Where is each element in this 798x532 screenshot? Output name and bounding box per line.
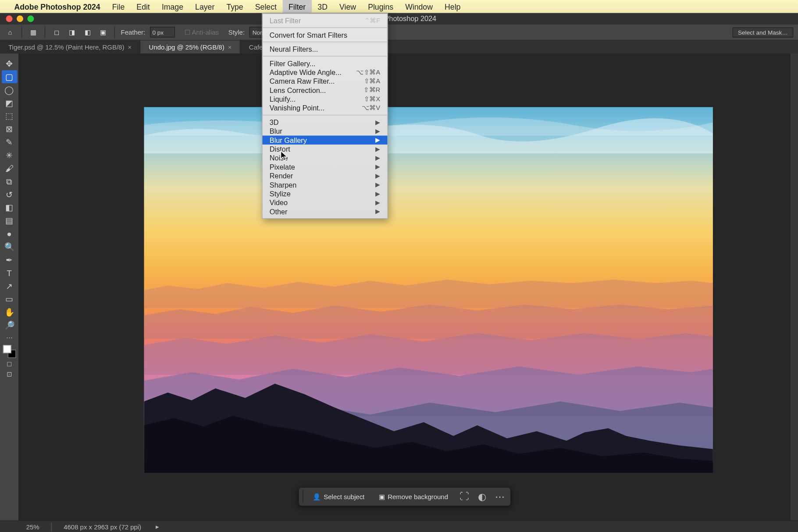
lasso-tool[interactable]: ◯ [1, 83, 17, 96]
sel-new-icon[interactable]: ◻ [51, 27, 62, 37]
move-tool[interactable]: ✥ [1, 57, 17, 70]
transform-icon[interactable]: ⛶ [458, 490, 471, 503]
submenu-arrow-icon: ▶ [375, 173, 380, 179]
submenu-arrow-icon: ▶ [375, 181, 380, 188]
menu-help[interactable]: Help [439, 0, 467, 13]
menu-item-video[interactable]: Video▶ [263, 198, 388, 207]
fg-swatch[interactable] [3, 345, 11, 353]
type-tool[interactable]: T [1, 266, 17, 280]
canvas-area[interactable]: 👤Select subject ▣Remove background ⛶ ◐ ⋯ [19, 53, 790, 520]
panel-dock[interactable] [790, 53, 798, 520]
adjust-icon[interactable]: ◐ [475, 490, 488, 503]
menu-item-blur-gallery[interactable]: Blur Gallery▶ [263, 135, 388, 144]
antialias-label: Anti-alias [192, 28, 219, 35]
submenu-arrow-icon: ▶ [375, 199, 380, 206]
menu-item-vanishing-point[interactable]: Vanishing Point...⌥⌘V [263, 103, 388, 112]
sel-add-icon[interactable]: ◨ [67, 27, 77, 37]
menu-layer[interactable]: Layer [189, 0, 221, 13]
document-tab[interactable]: Undo.jpg @ 25% (RGB/8)× [141, 40, 241, 53]
menu-item-stylize[interactable]: Stylize▶ [263, 189, 388, 198]
menu-item-adaptive-wide-angle[interactable]: Adaptive Wide Angle...⌥⇧⌘A [263, 68, 388, 77]
menu-item-camera-raw-filter[interactable]: Camera Raw Filter...⇧⌘A [263, 77, 388, 85]
crop-tool[interactable]: ⬚ [1, 110, 17, 123]
feather-input[interactable] [150, 27, 175, 37]
gradient-tool[interactable]: ▤ [1, 214, 17, 227]
menu-item-blur[interactable]: Blur▶ [263, 127, 388, 135]
menu-item-lens-correction[interactable]: Lens Correction...⇧⌘R [263, 85, 388, 94]
eyedropper-tool[interactable]: ✎ [1, 135, 17, 149]
titlebar: Adobe Photoshop 2024 [0, 13, 798, 24]
menu-item-pixelate[interactable]: Pixelate▶ [263, 163, 388, 171]
dodge-tool[interactable]: 🔍 [1, 240, 17, 253]
contextual-task-bar: 👤Select subject ▣Remove background ⛶ ◐ ⋯ [298, 487, 511, 506]
submenu-arrow-icon: ▶ [375, 119, 380, 125]
zoom-level[interactable]: 25% [26, 523, 39, 530]
menu-filter[interactable]: Filter [282, 0, 311, 13]
document-tabs: Tiger.psd @ 12.5% (Paint Here, RGB/8)×Un… [0, 40, 798, 53]
window-minimize-icon[interactable] [17, 15, 23, 22]
path-tool[interactable]: ↗ [1, 280, 17, 293]
home-icon[interactable]: ⌂ [5, 27, 15, 37]
sel-intersect-icon[interactable]: ▣ [98, 27, 108, 37]
tools-panel: ✥▢◯◩⬚⊠✎✳🖌⧉↺◧▤●🔍✒T↗▭✋🔎⋯◻⊡ [0, 53, 19, 520]
clone-tool[interactable]: ⧉ [1, 175, 17, 188]
menu-item-render[interactable]: Render▶ [263, 171, 388, 180]
menu-window[interactable]: Window [399, 0, 439, 13]
blur-tool[interactable]: ● [1, 227, 17, 240]
rectangle-tool[interactable]: ▭ [1, 293, 17, 306]
menu-item-3d[interactable]: 3D▶ [263, 118, 388, 127]
hand-tool[interactable]: ✋ [1, 306, 17, 319]
color-swatches[interactable] [3, 345, 16, 358]
object-select-tool[interactable]: ◩ [1, 96, 17, 110]
sel-subtract-icon[interactable]: ◧ [82, 27, 93, 37]
document-canvas[interactable] [144, 107, 712, 473]
submenu-arrow-icon: ▶ [375, 155, 380, 161]
close-icon[interactable]: × [228, 43, 232, 50]
more-tools-icon[interactable]: ⋯ [1, 332, 17, 342]
menu-3d[interactable]: 3D [312, 0, 334, 13]
menu-item-noise[interactable]: Noise▶ [263, 153, 388, 162]
close-icon[interactable]: × [128, 43, 132, 50]
window-zoom-icon[interactable] [27, 15, 34, 22]
mac-menubar[interactable]: Adobe Photoshop 2024 FileEditImageLayerT… [0, 0, 798, 13]
marquee-options-icon[interactable]: ▦ [28, 27, 39, 37]
select-and-mask-button[interactable]: Select and Mask… [733, 27, 793, 37]
menu-type[interactable]: Type [221, 0, 249, 13]
screen-mode-icon[interactable]: ⊡ [1, 369, 17, 379]
menu-view[interactable]: View [333, 0, 362, 13]
history-brush-tool[interactable]: ↺ [1, 188, 17, 201]
frame-tool[interactable]: ⊠ [1, 123, 17, 136]
submenu-arrow-icon: ▶ [375, 208, 380, 215]
app-name: Adobe Photoshop 2024 [14, 2, 100, 11]
brush-tool[interactable]: 🖌 [1, 162, 17, 175]
remove-background-button[interactable]: ▣Remove background [374, 490, 453, 503]
heal-tool[interactable]: ✳ [1, 149, 17, 162]
document-tab[interactable]: Tiger.psd @ 12.5% (Paint Here, RGB/8)× [0, 40, 141, 53]
marquee-tool[interactable]: ▢ [1, 70, 17, 83]
menu-file[interactable]: File [106, 0, 131, 13]
menu-image[interactable]: Image [156, 0, 189, 13]
menu-item-sharpen[interactable]: Sharpen▶ [263, 180, 388, 189]
document-info[interactable]: 4608 px x 2963 px (72 ppi) [64, 523, 141, 530]
filter-menu-dropdown[interactable]: Last Filter⌃⌘FConvert for Smart FiltersN… [262, 13, 388, 219]
menu-separator [263, 27, 388, 28]
person-icon: 👤 [313, 493, 321, 500]
pen-tool[interactable]: ✒ [1, 253, 17, 266]
menu-select[interactable]: Select [249, 0, 282, 13]
menu-plugins[interactable]: Plugins [362, 0, 399, 13]
menu-item-neural-filters[interactable]: Neural Filters... [263, 45, 388, 53]
menu-item-convert-for-smart-filters[interactable]: Convert for Smart Filters [263, 30, 388, 39]
menu-item-liquify[interactable]: Liquify...⇧⌘X [263, 95, 388, 103]
menu-item-distort[interactable]: Distort▶ [263, 145, 388, 153]
menu-item-other[interactable]: Other▶ [263, 207, 388, 216]
eraser-tool[interactable]: ◧ [1, 201, 17, 214]
zoom-tool[interactable]: 🔎 [1, 319, 17, 332]
menu-separator [263, 42, 388, 42]
window-close-icon[interactable] [6, 15, 13, 22]
menu-item-filter-gallery[interactable]: Filter Gallery... [263, 59, 388, 67]
submenu-arrow-icon: ▶ [375, 128, 380, 135]
more-icon[interactable]: ⋯ [493, 490, 506, 503]
menu-edit[interactable]: Edit [131, 0, 156, 13]
select-subject-button[interactable]: 👤Select subject [308, 490, 369, 503]
quick-mask-icon[interactable]: ◻ [1, 358, 17, 369]
